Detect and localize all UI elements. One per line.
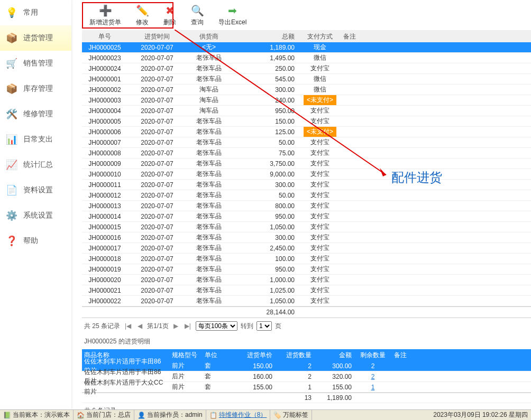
nav-label-4: 维修管理 (23, 109, 53, 119)
unpaid-badge: <未支付> (304, 127, 336, 137)
pager-first[interactable]: |◀ (123, 322, 133, 330)
table-row[interactable]: JH00000132020-07-07老张车品800.00支付宝 (82, 201, 531, 211)
status-book: 📗当前账本：演示账本 (0, 410, 74, 420)
nav-label-9: 帮助 (23, 236, 38, 246)
table-row[interactable]: JH00000192020-07-07老张车品950.00支付宝 (82, 264, 531, 275)
dcol-amt[interactable]: 金额 (314, 349, 354, 361)
search-icon: 🔍 (191, 4, 204, 17)
table-row[interactable]: JH00000162020-07-07老张车品300.00支付宝 (82, 232, 531, 243)
table-row[interactable]: JH00000232020-07-07老张车品1,495.00微信 (82, 53, 531, 63)
col-date[interactable]: 进货时间 (127, 31, 187, 43)
col-order[interactable]: 单号 (82, 31, 127, 43)
total-row: 28,144.00 (82, 306, 531, 318)
sidebar-item-5[interactable]: 📊日常支出 (0, 127, 71, 152)
remain-link[interactable]: 2 (371, 362, 375, 370)
table-row[interactable]: JH00000042020-07-07淘车品950.00支付宝 (82, 106, 531, 116)
add-button[interactable]: ➕ 新增进货单 (82, 4, 129, 27)
table-row[interactable]: JH00000222020-07-07老张车品1,050.00支付宝 (82, 296, 531, 306)
dcol-remark[interactable]: 备注 (392, 349, 531, 361)
nav-label-1: 进货管理 (23, 33, 53, 43)
add-icon: ➕ (99, 4, 112, 17)
nav-icon-1: 📦 (5, 32, 18, 44)
detail-total-amt: 1,189.00 (314, 393, 354, 403)
page-size-select[interactable]: 每页100条 (196, 321, 237, 331)
dcol-price[interactable]: 进货单价 (235, 349, 274, 361)
table-row[interactable]: JH00000062020-07-07老张车品125.00<未支付> (82, 127, 531, 137)
nav-icon-7: 📄 (5, 184, 18, 197)
repair-icon: 📋 (209, 412, 217, 419)
col-pay[interactable]: 支付方式 (299, 31, 341, 43)
table-row[interactable]: JH00000022020-07-07淘车品300.00微信 (82, 85, 531, 95)
table-row[interactable]: JH00000072020-07-07老张车品50.00支付宝 (82, 137, 531, 148)
table-row[interactable]: JH00000052020-07-07老张车品150.00支付宝 (82, 116, 531, 127)
nav-icon-0: 💡 (5, 6, 18, 19)
tag-icon: 🏷️ (273, 412, 281, 419)
delete-button[interactable]: ✖ 删除 (156, 4, 184, 27)
pager-next[interactable]: ▶ (172, 322, 180, 330)
table-row[interactable]: JH00000152020-07-07老张车品1,050.00支付宝 (82, 222, 531, 232)
table-row[interactable]: JH00000252020-07-07<无>1,189.00现金 (82, 42, 531, 53)
col-remark[interactable]: 备注 (341, 31, 531, 43)
unpaid-badge: <未支付> (304, 95, 336, 105)
nav-icon-3: 📦 (5, 82, 18, 95)
sidebar-item-2[interactable]: 🛒销售管理 (0, 51, 71, 76)
pager: 共 25 条记录 |◀ ◀ 第1/1页 ▶ ▶| 每页100条 转到 1 页 (82, 318, 531, 334)
dcol-remain[interactable]: 剩余数量 (354, 349, 392, 361)
dcol-spec[interactable]: 规格型号 (170, 349, 203, 361)
nav-label-0: 常用 (23, 8, 38, 17)
col-amount[interactable]: 总额 (231, 31, 299, 43)
col-supplier[interactable]: 供货商 (187, 31, 231, 43)
pager-prev[interactable]: ◀ (136, 322, 144, 330)
remain-link[interactable]: 1 (371, 384, 375, 391)
sidebar-item-3[interactable]: 📦库存管理 (0, 76, 71, 101)
nav-label-8: 系统设置 (23, 211, 53, 220)
table-row[interactable]: JH00000012020-07-07老张车品545.00微信 (82, 74, 531, 85)
total-amount: 28,144.00 (231, 309, 299, 316)
table-row[interactable]: JH00000122020-07-07老张车品50.00支付宝 (82, 190, 531, 201)
detail-total-qty: 13 (274, 393, 314, 403)
pager-summary: 共 25 条记录 (84, 322, 120, 331)
table-row[interactable]: JH00000142020-07-07老张车品950.00支付宝 (82, 211, 531, 222)
status-store: 🏠当前门店：总店 (74, 410, 134, 420)
sidebar-item-1[interactable]: 📦进货管理 (0, 25, 71, 51)
table-row[interactable]: JH00000182020-07-07老张车品100.00支付宝 (82, 254, 531, 264)
sidebar-item-7[interactable]: 📄资料设置 (0, 178, 71, 203)
delete-label: 删除 (163, 18, 176, 27)
sidebar: 💡常用📦进货管理🛒销售管理📦库存管理🛠️维修管理📊日常支出📈统计汇总📄资料设置⚙… (0, 0, 71, 409)
pager-last[interactable]: ▶| (183, 322, 193, 330)
status-pending[interactable]: 📋待维修作业（8） (206, 410, 271, 420)
export-icon: ➡ (226, 4, 239, 17)
dcol-unit[interactable]: 单位 (203, 349, 235, 361)
book-icon: 📗 (3, 412, 11, 419)
status-tag[interactable]: 🏷️万能标签 (270, 410, 312, 420)
detail-row[interactable]: 佐佐木刹车片适用于大众CC 前片前片套155.001155.001 (82, 382, 531, 393)
sidebar-item-0[interactable]: 💡常用 (0, 0, 71, 25)
toolbar: ➕ 新增进货单 ✏️ 修改 ✖ 删除 🔍 查询 ➡ 导出Excel (82, 0, 531, 31)
sidebar-item-9[interactable]: ❓帮助 (0, 228, 71, 254)
search-button[interactable]: 🔍 查询 (184, 4, 211, 27)
table-row[interactable]: JH00000102020-07-07老张车品9,000.00支付宝 (82, 169, 531, 180)
table-row[interactable]: JH00000172020-07-07老张车品2,450.00支付宝 (82, 243, 531, 254)
table-body: JH00000252020-07-07<无>1,189.00现金JH000002… (82, 42, 531, 306)
table-row[interactable]: JH00000032020-07-07淘车品240.00<未支付> (82, 95, 531, 106)
sidebar-item-8[interactable]: ⚙️系统设置 (0, 203, 71, 228)
jump-page-select[interactable]: 1 (257, 321, 272, 331)
edit-label: 修改 (136, 18, 149, 27)
user-icon: 👤 (138, 412, 145, 419)
table-row[interactable]: JH00000242020-07-07老张车品250.00支付宝 (82, 63, 531, 74)
nav-label-5: 日常支出 (23, 135, 53, 144)
remain-link[interactable]: 2 (371, 373, 375, 380)
table-row[interactable]: JH00000202020-07-07老张车品1,000.00支付宝 (82, 275, 531, 285)
table-row[interactable]: JH00000112020-07-07老张车品300.00支付宝 (82, 180, 531, 190)
sidebar-item-4[interactable]: 🛠️维修管理 (0, 101, 71, 127)
export-button[interactable]: ➡ 导出Excel (211, 4, 254, 27)
sidebar-item-6[interactable]: 📈统计汇总 (0, 152, 71, 178)
search-label: 查询 (191, 18, 204, 27)
table-row[interactable]: JH00000092020-07-07老张车品3,750.00支付宝 (82, 158, 531, 169)
table-row[interactable]: JH00000082020-07-07老张车品75.00支付宝 (82, 148, 531, 158)
statusbar: 📗当前账本：演示账本 🏠当前门店：总店 👤当前操作员：admin 📋待维修作业（… (0, 409, 531, 420)
add-label: 新增进货单 (89, 18, 121, 27)
edit-button[interactable]: ✏️ 修改 (129, 4, 156, 27)
dcol-qty[interactable]: 进货数量 (274, 349, 314, 361)
table-row[interactable]: JH00000212020-07-07老张车品1,025.00支付宝 (82, 285, 531, 296)
